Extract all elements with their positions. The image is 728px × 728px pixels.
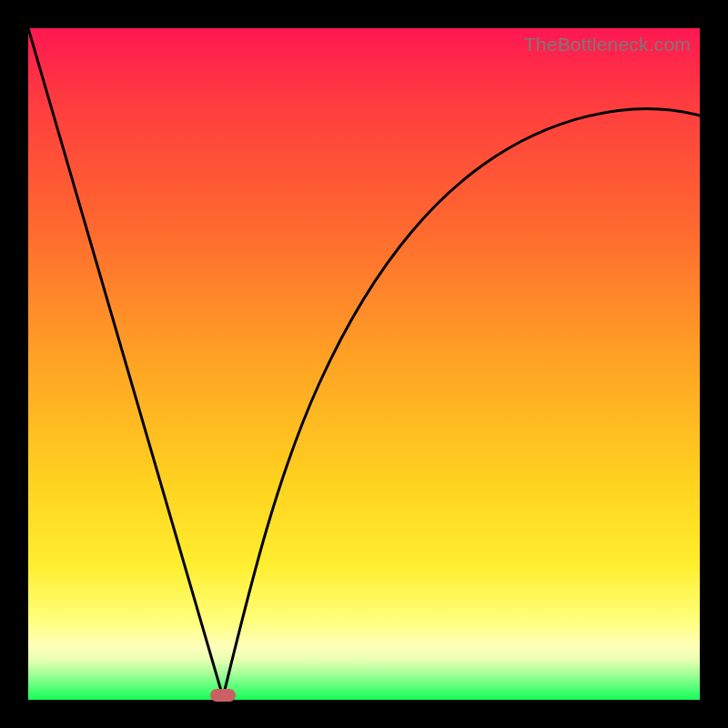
plot-area: TheBottleneck.com: [28, 28, 700, 700]
chart-frame: TheBottleneck.com: [0, 0, 728, 728]
curve-layer: [28, 28, 700, 700]
minimum-marker: [210, 689, 236, 702]
bottleneck-curve: [28, 28, 700, 697]
